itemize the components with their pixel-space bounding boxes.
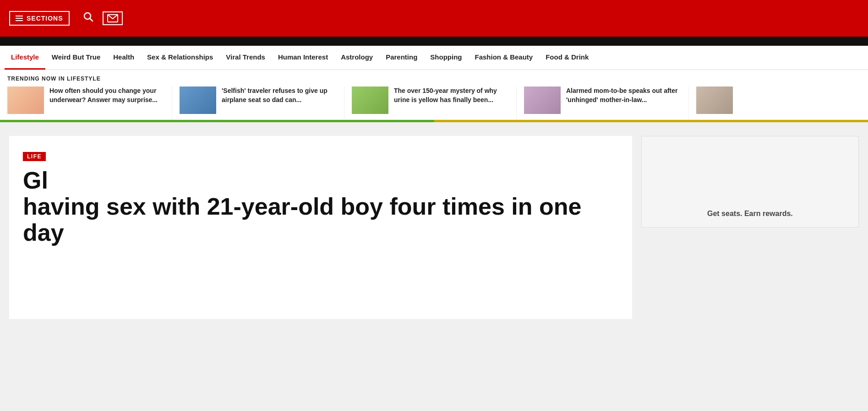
- nav-item-astrology[interactable]: Astrology: [334, 46, 379, 70]
- black-bar: [0, 37, 868, 46]
- trending-item-1[interactable]: 'Selfish' traveler refuses to give up ai…: [180, 87, 344, 119]
- svg-line-1: [90, 19, 93, 22]
- nav-item-lifestyle[interactable]: Lifestyle: [5, 46, 45, 70]
- sections-menu-button[interactable]: SECTIONS: [9, 11, 70, 26]
- trending-item-4[interactable]: [696, 87, 861, 119]
- progress-bar-0: [0, 120, 217, 122]
- search-icon[interactable]: [83, 12, 93, 25]
- trending-text-3: Alarmed mom-to-be speaks out after 'unhi…: [566, 87, 681, 104]
- nav-item-parenting[interactable]: Parenting: [379, 46, 424, 70]
- trending-text-2: The over 150-year mystery of why urine i…: [394, 87, 509, 104]
- progress-bar-1: [217, 120, 434, 122]
- mail-icon[interactable]: [103, 11, 123, 25]
- main-content-area: LIFE Glhaving sex with 21-year-old boy f…: [0, 122, 868, 374]
- nav-item-sex-relationships[interactable]: Sex & Relationships: [141, 46, 219, 70]
- sections-label: SECTIONS: [27, 15, 63, 22]
- sidebar-ad-text: Get seats. Earn rewards.: [707, 210, 793, 218]
- trending-items-list: How often should you change your underwe…: [7, 87, 861, 119]
- trending-text-0: How often should you change your underwe…: [49, 87, 164, 104]
- progress-bar-2: [434, 120, 651, 122]
- nav-item-viral-trends[interactable]: Viral Trends: [219, 46, 272, 70]
- nav-item-weird-but-true[interactable]: Weird But True: [45, 46, 107, 70]
- main-nav: Lifestyle Weird But True Health Sex & Re…: [0, 46, 868, 70]
- trending-img-4: [696, 87, 733, 114]
- trending-item-0[interactable]: How often should you change your underwe…: [7, 87, 172, 119]
- trending-title: TRENDING NOW IN LIFESTYLE: [7, 76, 861, 82]
- trending-item-3[interactable]: Alarmed mom-to-be speaks out after 'unhi…: [524, 87, 689, 119]
- trending-text-1: 'Selfish' traveler refuses to give up ai…: [222, 87, 337, 104]
- progress-bars: [0, 120, 868, 122]
- trending-img-3: [524, 87, 561, 114]
- nav-item-health[interactable]: Health: [107, 46, 141, 70]
- hamburger-icon: [16, 16, 23, 21]
- article-main: LIFE Glhaving sex with 21-year-old boy f…: [9, 136, 632, 319]
- nav-item-shopping[interactable]: Shopping: [424, 46, 468, 70]
- progress-bar-3: [651, 120, 868, 122]
- nav-item-human-interest[interactable]: Human Interest: [272, 46, 334, 70]
- sidebar-ad: Get seats. Earn rewards.: [641, 136, 859, 227]
- trending-section: TRENDING NOW IN LIFESTYLE How often shou…: [0, 70, 868, 120]
- trending-item-2[interactable]: The over 150-year mystery of why urine i…: [352, 87, 517, 119]
- article-title-text: Glhaving sex with 21-year-old boy four t…: [23, 167, 581, 246]
- nav-item-fashion-beauty[interactable]: Fashion & Beauty: [469, 46, 540, 70]
- trending-img-1: [180, 87, 216, 114]
- article-title: Glhaving sex with 21-year-old boy four t…: [23, 168, 618, 246]
- trending-img-2: [352, 87, 388, 114]
- site-header: SECTIONS: [0, 0, 868, 37]
- trending-img-0: [7, 87, 44, 114]
- article-category-badge: LIFE: [23, 152, 46, 161]
- nav-item-food-drink[interactable]: Food & Drink: [539, 46, 595, 70]
